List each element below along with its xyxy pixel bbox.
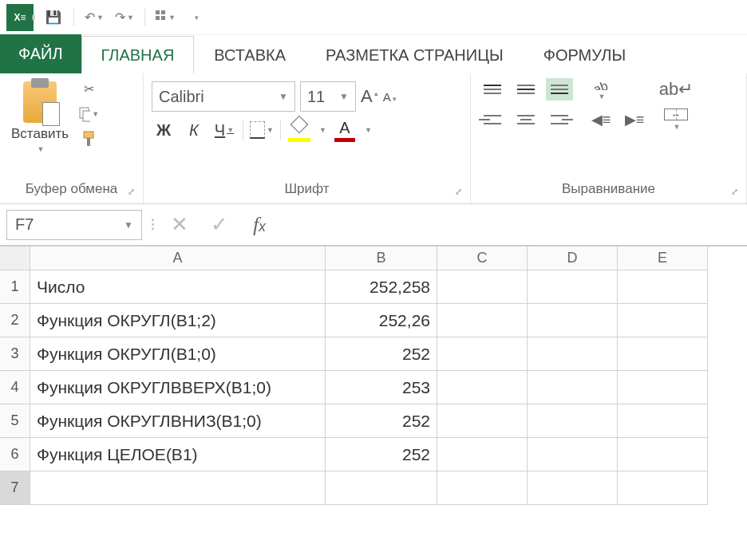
row-header[interactable]: 5 [0,404,30,438]
chevron-down-icon[interactable]: ▼ [365,126,372,134]
cell[interactable]: 252,258 [326,270,437,304]
row-header[interactable]: 6 [0,438,30,471]
cell[interactable]: Функция ЦЕЛОЕ(B1) [30,438,326,471]
chevron-down-icon[interactable]: ▼ [92,110,99,118]
chevron-down-icon[interactable]: ▼ [227,126,234,134]
font-size-combo[interactable]: 11 ▼ [300,81,356,112]
row-header[interactable]: 4 [0,371,30,404]
cell[interactable] [618,337,708,371]
font-name-combo[interactable]: Calibri ▼ [152,81,295,112]
chevron-down-icon[interactable]: ▼ [599,93,606,101]
cell[interactable] [437,304,528,337]
align-top-button[interactable] [479,78,506,101]
customize-qat-button[interactable]: ▾ [185,7,206,28]
bold-button[interactable]: Ж [152,118,176,142]
cell[interactable] [528,337,618,371]
cell[interactable]: 253 [326,371,437,404]
cell[interactable] [437,371,528,404]
spreadsheet-grid[interactable]: A B C D E 1 Число 252,258 2 Функция ОКРУ… [0,246,747,505]
align-bottom-button[interactable] [546,78,573,101]
tab-file[interactable]: ФАЙЛ [0,34,81,73]
dialog-launcher-icon[interactable]: ⤢ [455,187,462,197]
touch-mode-button[interactable]: ▼ [155,7,176,28]
cell[interactable]: 252 [326,404,437,438]
orientation-button[interactable]: ab ▼ [587,78,615,101]
select-all-corner[interactable] [0,246,30,270]
chevron-down-icon[interactable]: ▼ [319,126,326,134]
cell[interactable] [528,404,618,438]
cell[interactable] [618,304,708,337]
cell[interactable] [618,471,708,505]
chevron-down-icon[interactable]: ▼ [38,145,45,153]
cell[interactable] [437,438,528,471]
wrap-text-button[interactable]: ab↵ [662,78,690,101]
dialog-launcher-icon[interactable]: ⤢ [731,187,738,197]
insert-function-button[interactable]: fx [243,211,275,239]
copy-button[interactable]: ▼ [78,105,99,123]
cell[interactable] [528,304,618,337]
chevron-down-icon[interactable]: ▼ [674,123,681,131]
cell[interactable] [528,270,618,304]
cell[interactable] [528,471,618,505]
increase-font-button[interactable]: A▴ [361,86,378,107]
cell[interactable] [618,270,708,304]
align-center-button[interactable] [512,108,540,131]
cell[interactable]: 252,26 [326,304,437,337]
italic-button[interactable]: К [182,118,206,142]
name-box[interactable]: F7 ▼ [6,210,142,240]
chevron-down-icon[interactable]: ▼ [97,14,104,22]
cell[interactable] [618,438,708,471]
cell[interactable] [437,404,528,438]
cell[interactable]: Функция ОКРУГЛВНИЗ(B1;0) [30,404,326,438]
cell[interactable]: Функция ОКРУГЛВВЕРХ(B1;0) [30,371,326,404]
tab-formulas[interactable]: ФОРМУЛЫ [524,36,646,73]
cell[interactable] [437,270,528,304]
dialog-launcher-icon[interactable]: ⤢ [128,187,135,197]
borders-button[interactable]: ▼ [250,118,274,142]
font-color-button[interactable]: A [333,118,357,142]
format-painter-button[interactable] [78,131,99,148]
align-middle-button[interactable] [512,78,540,101]
cell[interactable]: 252 [326,337,437,371]
cell[interactable] [528,438,618,471]
cell[interactable]: Функция ОКРУГЛ(B1;0) [30,337,326,371]
decrease-indent-button[interactable]: ◀≡ [587,108,615,131]
cut-button[interactable]: ✂ [78,80,99,97]
redo-button[interactable]: ↷▼ [114,7,135,28]
cell[interactable] [618,404,708,438]
underline-button[interactable]: Ч▼ [212,118,236,142]
tab-page-layout[interactable]: РАЗМЕТКА СТРАНИЦЫ [306,36,524,73]
cell[interactable]: Функция ОКРУГЛ(B1;2) [30,304,326,337]
align-right-button[interactable] [546,108,573,131]
cell[interactable] [437,471,528,505]
increase-indent-button[interactable]: ▶≡ [621,108,648,131]
column-header-B[interactable]: B [326,246,437,270]
align-left-button[interactable] [479,108,506,131]
cell[interactable] [437,337,528,371]
row-header[interactable]: 7 [0,471,30,505]
merge-center-button[interactable]: ↔ ▼ [662,108,690,131]
chevron-down-icon[interactable]: ▼ [127,14,134,22]
enter-formula-button[interactable]: ✓ [204,211,235,239]
paste-button[interactable]: Вставить ▼ [8,78,72,156]
row-header[interactable]: 3 [0,337,30,371]
column-header-D[interactable]: D [528,246,618,270]
row-header[interactable]: 1 [0,270,30,304]
formula-input[interactable] [283,211,741,239]
undo-button[interactable]: ↶▼ [84,7,105,28]
cell[interactable] [528,371,618,404]
cell[interactable]: Число [30,270,326,304]
save-button[interactable]: 💾 [43,7,64,28]
cell[interactable] [618,371,708,404]
chevron-down-icon[interactable]: ▼ [267,126,274,134]
decrease-font-button[interactable]: A▾ [383,90,397,104]
column-header-C[interactable]: C [437,246,528,270]
column-header-E[interactable]: E [618,246,708,270]
cell[interactable] [30,471,326,505]
cancel-formula-button[interactable]: ✕ [164,211,196,239]
cell[interactable] [326,471,437,505]
fill-color-button[interactable] [287,118,311,142]
cell[interactable]: 252 [326,438,437,471]
row-header[interactable]: 2 [0,304,30,337]
tab-insert[interactable]: ВСТАВКА [194,36,306,73]
